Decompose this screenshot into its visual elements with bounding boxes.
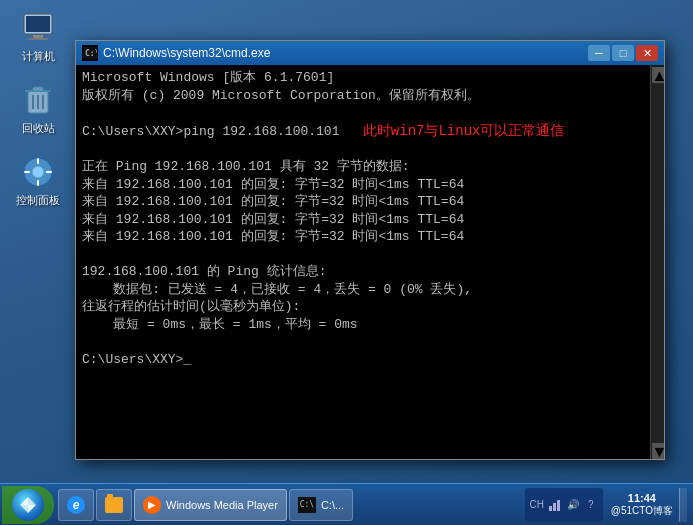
scrollbar-track bbox=[652, 83, 664, 443]
taskbar-item-wmp[interactable]: ▶ Windows Media Player bbox=[134, 489, 287, 521]
cmd-output: Microsoft Windows [版本 6.1.7601] 版权所有 (c)… bbox=[82, 69, 644, 369]
taskbar-wmp-label: Windows Media Player bbox=[166, 499, 278, 511]
svg-rect-19 bbox=[553, 503, 556, 511]
desktop-icon-computer[interactable]: 计算机 bbox=[8, 10, 68, 64]
cmd-title-text: C:\Windows\system32\cmd.exe bbox=[103, 46, 588, 60]
svg-rect-18 bbox=[549, 506, 552, 511]
svg-rect-2 bbox=[33, 35, 43, 38]
taskbar-item-cmd[interactable]: C:\ C:\... bbox=[289, 489, 353, 521]
desktop-icon-controlpanel[interactable]: 控制面板 bbox=[8, 154, 68, 208]
cmd-scrollbar[interactable]: ▲ ▼ bbox=[650, 65, 664, 459]
control-panel-label: 控制面板 bbox=[16, 193, 60, 208]
cmd-content: Microsoft Windows [版本 6.1.7601] 版权所有 (c)… bbox=[76, 65, 650, 459]
cmd-controls: ─ □ ✕ bbox=[588, 45, 658, 61]
annotation-text: 此时win7与Linux可以正常通信 bbox=[363, 123, 565, 139]
clock-time: 11:44 bbox=[628, 492, 656, 504]
cmd-taskbar-icon: C:\ bbox=[298, 497, 316, 513]
folder-icon bbox=[105, 497, 123, 513]
svg-rect-15 bbox=[46, 171, 52, 173]
cmd-window: C:\ C:\Windows\system32\cmd.exe ─ □ ✕ Mi… bbox=[75, 40, 665, 460]
svg-point-11 bbox=[32, 166, 44, 178]
network-icon[interactable] bbox=[547, 497, 563, 513]
desktop-icons: 计算机 回收站 bbox=[8, 10, 68, 208]
svg-rect-3 bbox=[28, 38, 48, 40]
control-panel-icon bbox=[20, 154, 56, 190]
computer-icon bbox=[20, 10, 56, 46]
scrollbar-up[interactable]: ▲ bbox=[652, 67, 664, 83]
desktop-icon-recycle[interactable]: 回收站 bbox=[8, 82, 68, 136]
start-button[interactable] bbox=[2, 486, 54, 524]
notification-area: CH 🔊 ? bbox=[525, 488, 603, 522]
computer-icon-label: 计算机 bbox=[22, 49, 55, 64]
help-icon[interactable]: ? bbox=[583, 497, 599, 513]
cmd-title-icon: C:\ bbox=[82, 45, 98, 61]
taskbar-right: CH 🔊 ? 11:44 @51CTO博客 bbox=[525, 488, 693, 522]
clock-date: @51CTO博客 bbox=[611, 504, 673, 518]
recycle-bin-icon bbox=[20, 82, 56, 118]
svg-rect-12 bbox=[37, 158, 39, 164]
taskbar: e ▶ Windows Media Player C:\ C:\... bbox=[0, 483, 693, 525]
taskbar-items: e ▶ Windows Media Player C:\ C:\... bbox=[54, 489, 525, 521]
language-icon-ch[interactable]: CH bbox=[529, 497, 545, 513]
svg-rect-13 bbox=[37, 180, 39, 186]
svg-rect-6 bbox=[33, 87, 43, 91]
show-desktop-button[interactable] bbox=[679, 488, 687, 522]
svg-text:C:\: C:\ bbox=[85, 49, 97, 58]
svg-rect-14 bbox=[24, 171, 30, 173]
sound-icon[interactable]: 🔊 bbox=[565, 497, 581, 513]
cmd-titlebar: C:\ C:\Windows\system32\cmd.exe ─ □ ✕ bbox=[76, 41, 664, 65]
maximize-button[interactable]: □ bbox=[612, 45, 634, 61]
wmp-icon: ▶ bbox=[143, 496, 161, 514]
scrollbar-down[interactable]: ▼ bbox=[652, 443, 664, 459]
cmd-body: Microsoft Windows [版本 6.1.7601] 版权所有 (c)… bbox=[76, 65, 664, 459]
close-button[interactable]: ✕ bbox=[636, 45, 658, 61]
svg-rect-1 bbox=[26, 16, 50, 32]
recycle-bin-label: 回收站 bbox=[22, 121, 55, 136]
clock-area[interactable]: 11:44 @51CTO博客 bbox=[611, 492, 673, 518]
taskbar-cmd-label: C:\... bbox=[321, 499, 344, 511]
desktop: 计算机 回收站 bbox=[0, 0, 693, 525]
windows-orb-icon bbox=[12, 489, 44, 521]
minimize-button[interactable]: ─ bbox=[588, 45, 610, 61]
taskbar-item-ie[interactable]: e bbox=[58, 489, 94, 521]
ie-icon: e bbox=[67, 496, 85, 514]
svg-rect-20 bbox=[557, 500, 560, 511]
taskbar-item-folder[interactable] bbox=[96, 489, 132, 521]
